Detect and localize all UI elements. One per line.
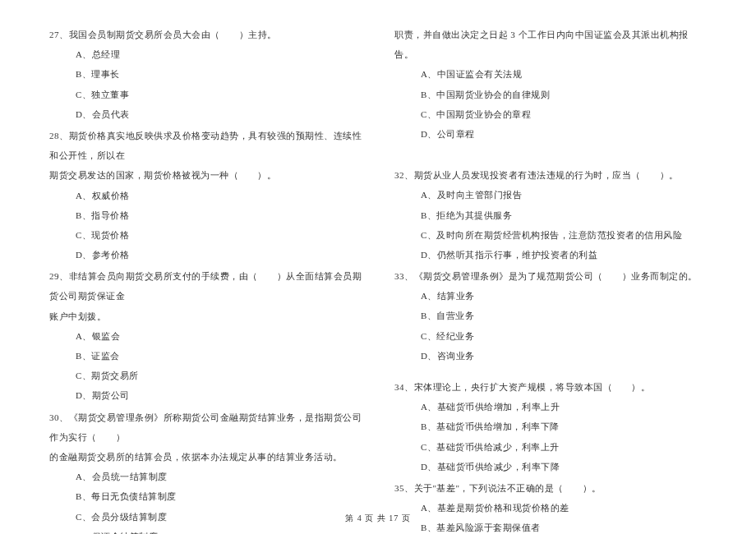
option-c: C、及时向所在期货经营机构报告，注意防范投资者的信用风险 [394,225,707,245]
option-d: D、公司章程 [394,124,707,144]
page-columns: 27、我国会员制期货交易所会员大会由（ ）主持。 A、总经理 B、理事长 C、独… [49,25,707,501]
option-d: D、会员代表 [49,104,362,124]
question-text-cont: 的金融期货交易所的结算会员，依据本办法规定从事的结算业务活动。 [49,447,362,467]
question-text: 32、期货从业人员发现投资者有违法违规的行为时，应当（ ）。 [394,165,707,185]
question-text: 29、非结算会员向期货交易所支付的手续费，由（ ）从全面结算会员期货公司期货保证… [49,266,362,306]
question-text: 35、关于"基差"，下列说法不正确的是（ ）。 [394,478,707,498]
question-text: 27、我国会员制期货交易所会员大会由（ ）主持。 [49,25,362,44]
question-31-continued: 职责，并自做出决定之日起 3 个工作日内向中国证监会及其派出机构报告。 A、中国… [394,25,707,144]
spacer [394,367,707,377]
question-35: 35、关于"基差"，下列说法不正确的是（ ）。 A、基差是期货价格和现货价格的差… [394,478,707,534]
option-d: D、咨询业务 [394,346,707,366]
option-b: B、自营业务 [394,306,707,325]
question-text: 30、《期货交易管理条例》所称期货公司金融期货结算业务，是指期货公司作为实行（ … [49,407,362,447]
spacer [394,155,707,165]
question-33: 33、《期货交易管理条例》是为了规范期货公司（ ）业务而制定的。 A、结算业务 … [394,266,707,366]
option-d: D、期货公司 [49,385,362,405]
question-text: 34、宋体理论上，央行扩大资产规模，将导致本国（ ）。 [394,377,707,397]
question-32: 32、期货从业人员发现投资者有违法违规的行为时，应当（ ）。 A、及时向主管部门… [394,165,707,265]
option-c: C、现货价格 [49,225,362,245]
option-b: B、基础货币供给增加，利率下降 [394,417,707,436]
option-d: D、基础货币供给减少，利率下降 [394,457,707,476]
left-column: 27、我国会员制期货交易所会员大会由（ ）主持。 A、总经理 B、理事长 C、独… [49,25,362,501]
option-b: B、理事长 [49,64,362,84]
question-text-cont: 账户中划拨。 [49,306,362,326]
option-a: A、总经理 [49,44,362,64]
question-27: 27、我国会员制期货交易所会员大会由（ ）主持。 A、总经理 B、理事长 C、独… [49,25,362,124]
question-34: 34、宋体理论上，央行扩大资产规模，将导致本国（ ）。 A、基础货币供给增加，利… [394,377,707,476]
option-a: A、基础货币供给增加，利率上升 [394,397,707,417]
option-b: B、每日无负债结算制度 [49,486,362,506]
option-d: D、保证金结算制度 [49,527,362,534]
question-text: 33、《期货交易管理条例》是为了规范期货公司（ ）业务而制定的。 [394,266,707,286]
option-b: B、中国期货业协会的自律规则 [394,85,707,104]
option-a: A、会员统一结算制度 [49,467,362,486]
option-d: D、仍然听其指示行事，维护投资者的利益 [394,245,707,265]
option-c: C、中国期货业协会的章程 [394,104,707,124]
option-b: B、拒绝为其提供服务 [394,205,707,225]
question-text-cont: 职责，并自做出决定之日起 3 个工作日内向中国证监会及其派出机构报告。 [394,25,707,64]
option-a: A、权威价格 [49,186,362,205]
question-29: 29、非结算会员向期货交易所支付的手续费，由（ ）从全面结算会员期货公司期货保证… [49,266,362,405]
question-text: 28、期货价格真实地反映供求及价格变动趋势，具有较强的预期性、连续性和公开性，所… [49,126,362,165]
option-b: B、证监会 [49,346,362,366]
option-d: D、参考价格 [49,245,362,265]
question-text-cont: 期货交易发达的国家，期货价格被视为一种（ ）。 [49,165,362,185]
option-c: C、经纪业务 [394,326,707,346]
spacer [394,145,707,155]
option-a: A、银监会 [49,326,362,346]
option-c: C、基础货币供给减少，利率上升 [394,437,707,457]
option-a: A、中国证监会有关法规 [394,64,707,84]
option-b: B、指导价格 [49,205,362,225]
option-c: C、独立董事 [49,85,362,104]
page-footer: 第 4 页 共 17 页 [0,513,756,524]
option-a: A、结算业务 [394,286,707,306]
option-c: C、期货交易所 [49,366,362,385]
option-a: A、及时向主管部门报告 [394,185,707,205]
right-column: 职责，并自做出决定之日起 3 个工作日内向中国证监会及其派出机构报告。 A、中国… [394,25,707,501]
question-28: 28、期货价格真实地反映供求及价格变动趋势，具有较强的预期性、连续性和公开性，所… [49,126,362,265]
